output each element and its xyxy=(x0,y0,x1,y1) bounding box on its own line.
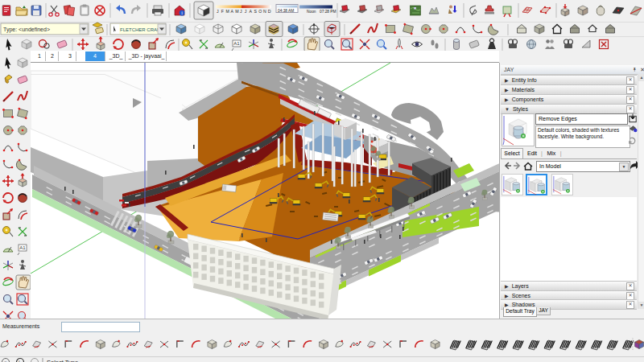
svg-text:J: J xyxy=(217,9,219,14)
svg-text:Select Type: Select Type xyxy=(47,359,78,362)
svg-text:A1: A1 xyxy=(233,41,240,46)
svg-text:Type: <undefined>: Type: <undefined> xyxy=(3,27,50,33)
svg-text:A1: A1 xyxy=(19,245,26,250)
svg-text:S: S xyxy=(254,9,257,14)
svg-text:D: D xyxy=(268,9,271,14)
svg-text:07:28 PM: 07:28 PM xyxy=(320,10,336,14)
svg-text:FLETCHER CRAN: FLETCHER CRAN xyxy=(120,27,160,32)
svg-text:04:38 AM: 04:38 AM xyxy=(278,9,294,13)
svg-text:Noon: Noon xyxy=(307,10,316,14)
svg-text:A: A xyxy=(250,9,253,14)
svg-text:M: M xyxy=(235,9,238,14)
svg-text:F: F xyxy=(221,9,224,14)
svg-text:O: O xyxy=(258,9,262,14)
svg-text:N: N xyxy=(263,9,266,14)
svg-text:M: M xyxy=(226,9,229,14)
svg-text:J: J xyxy=(245,9,247,14)
svg-text:J: J xyxy=(240,9,242,14)
svg-text:A: A xyxy=(230,9,233,14)
